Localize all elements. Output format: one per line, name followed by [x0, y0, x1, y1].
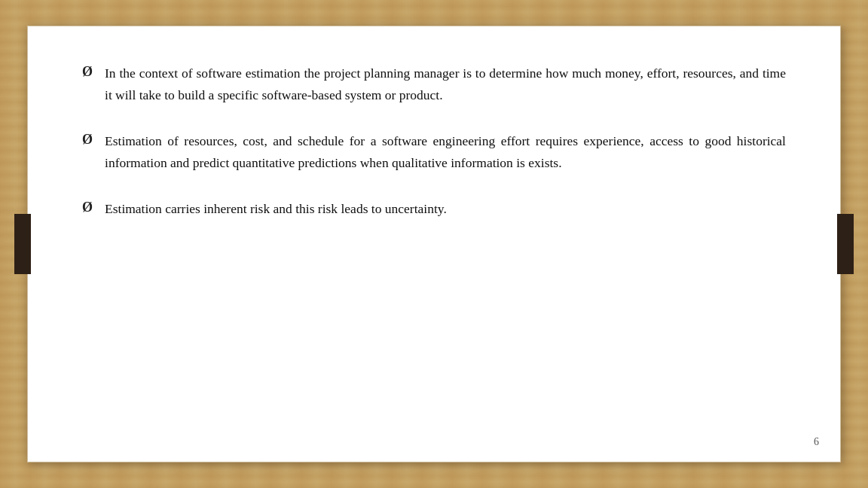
bullet-symbol-3: Ø	[82, 200, 93, 215]
bullet-item-3: Ø Estimation carries inherent risk and t…	[82, 198, 786, 220]
bullet-item-1: Ø In the context of software estimation …	[82, 63, 786, 106]
bullet-symbol-2: Ø	[82, 132, 93, 148]
slide: Ø In the context of software estimation …	[27, 26, 841, 462]
side-tab-right	[837, 214, 854, 274]
bullet-text-2: Estimation of resources, cost, and sched…	[105, 130, 786, 174]
page-number: 6	[814, 436, 819, 448]
bullet-symbol-1: Ø	[82, 64, 93, 80]
side-tab-left	[14, 214, 31, 274]
bullet-text-3: Estimation carries inherent risk and thi…	[105, 198, 447, 220]
bullet-text-1: In the context of software estimation th…	[105, 63, 786, 106]
content-area: Ø In the context of software estimation …	[82, 63, 786, 425]
bullet-item-2: Ø Estimation of resources, cost, and sch…	[82, 130, 786, 174]
